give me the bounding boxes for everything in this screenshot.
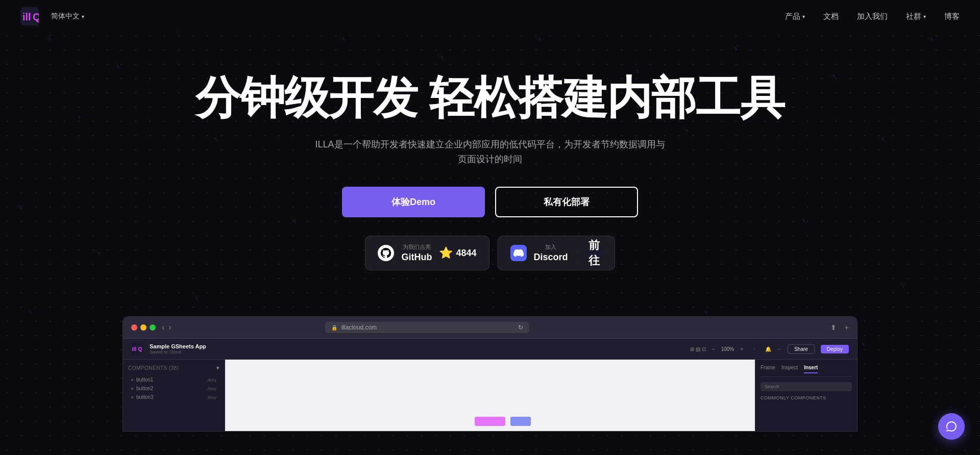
share-icon[interactable]: ⬆ [830, 323, 837, 332]
hero-subtitle: ILLA是一个帮助开发者快速建立企业内部应用的低代码平台，为开发者节约数据调用与… [311, 137, 669, 167]
nav-item-products[interactable]: 产品 ▾ [785, 12, 805, 21]
github-text: 为我们点亮 GitHub [401, 243, 432, 263]
browser-maximize-dot[interactable] [150, 324, 156, 331]
browser-url-bar[interactable]: 🔒 illacloud.com ↻ [325, 322, 529, 333]
sidebar-header: COMPONENTS (38) ▾ [128, 365, 219, 371]
browser-back-icon[interactable]: ‹ [162, 323, 164, 332]
github-icon [378, 245, 394, 261]
list-item: button1 Jkey [128, 375, 219, 384]
browser-forward-icon[interactable]: › [168, 323, 171, 332]
browser-nav: ‹ › [162, 323, 172, 332]
github-name: GitHub [401, 252, 432, 263]
toolbar-separator: · [753, 346, 755, 352]
list-item: button3 Jkey [128, 393, 219, 401]
deploy-button-app[interactable]: Deploy [821, 345, 849, 353]
browser-mockup-wrapper: ‹ › 🔒 illacloud.com ↻ ⬆ + ill Q [0, 316, 980, 432]
demo-button[interactable]: 体验Demo [342, 187, 485, 217]
canvas-button-element [475, 417, 505, 426]
chevron-down-icon: ▾ [802, 14, 805, 19]
components-label: COMPONENTS (38) [128, 365, 179, 371]
app-title-area: Sample GSheets App Saved to Cloud [150, 343, 206, 355]
discord-label: 加入 [534, 243, 568, 251]
new-tab-icon[interactable]: + [845, 323, 849, 332]
toolbar-controls: ⊞ ▤ ⊡ − 100% + · 🔔 ··· Share Deploy [690, 344, 849, 354]
browser-close-dot[interactable] [131, 324, 137, 331]
app-sidebar: COMPONENTS (38) ▾ button1 Jkey button2 J… [123, 360, 225, 431]
share-button[interactable]: Share [788, 344, 815, 354]
app-title: Sample GSheets App [150, 343, 206, 349]
discord-action: 前往 [586, 245, 602, 261]
language-selector[interactable]: 简体中文 ▾ [51, 12, 84, 21]
app-subtitle: Saved to Cloud [150, 349, 206, 355]
navbar: ill Q 简体中文 ▾ 产品 ▾ 文档 加入我们 社群 ▾ 博客 [0, 0, 980, 33]
discord-badge[interactable]: 加入 Discord 前往 [498, 236, 615, 270]
components-section-label: Commonly Components [761, 395, 852, 400]
app-content: COMPONENTS (38) ▾ button1 Jkey button2 J… [123, 360, 857, 431]
url-text: illacloud.com [341, 324, 377, 331]
discord-icon [510, 245, 527, 261]
right-panel-tabs: Frame Inspect Insert [761, 365, 852, 377]
discord-text: 加入 Discord [534, 243, 568, 263]
more-icon[interactable]: ··· [777, 346, 781, 352]
browser-actions: ⬆ + [830, 323, 849, 332]
item-dot [131, 379, 133, 381]
discord-name: Discord [534, 252, 568, 263]
component-search-input[interactable] [761, 382, 852, 391]
logo[interactable]: ill Q [20, 7, 39, 26]
social-row: 为我们点亮 GitHub ⭐ 4844 加入 Discord 前往 [20, 236, 960, 270]
lock-icon: 🔒 [331, 325, 337, 331]
svg-text:ill: ill [132, 346, 136, 352]
nav-item-community[interactable]: 社群 ▾ [906, 12, 926, 21]
app-toolbar: ill Q Sample GSheets App Saved to Cloud … [123, 339, 857, 360]
lang-label: 简体中文 [51, 12, 80, 21]
browser-dots [131, 324, 156, 331]
tab-insert[interactable]: Insert [804, 365, 818, 373]
github-count: ⭐ 4844 [439, 246, 476, 260]
github-badge[interactable]: 为我们点亮 GitHub ⭐ 4844 [365, 236, 489, 270]
toolbar-icons: ⊞ ▤ ⊡ [690, 346, 706, 352]
deploy-button[interactable]: 私有化部署 [495, 187, 638, 217]
github-label: 为我们点亮 [401, 243, 432, 251]
zoom-plus[interactable]: + [740, 346, 743, 352]
chevron-down-icon: ▾ [923, 14, 926, 19]
navbar-right: 产品 ▾ 文档 加入我们 社群 ▾ 博客 [785, 12, 960, 21]
cta-buttons: 体验Demo 私有化部署 [20, 187, 960, 217]
hero-section: 分钟级开发 轻松搭建内部工具 ILLA是一个帮助开发者快速建立企业内部应用的低代… [0, 33, 980, 316]
browser-minimize-dot[interactable] [140, 324, 146, 331]
chevron-down-icon[interactable]: ▾ [216, 365, 220, 371]
arrow-right-icon: 前往 [586, 245, 602, 261]
chevron-down-icon: ▾ [82, 14, 84, 19]
bell-icon[interactable]: 🔔 [765, 346, 771, 352]
tab-frame[interactable]: Frame [761, 365, 775, 373]
nav-item-join[interactable]: 加入我们 [857, 12, 888, 21]
svg-text:Q: Q [138, 346, 142, 352]
browser-chrome: ‹ › 🔒 illacloud.com ↻ ⬆ + [123, 317, 857, 339]
browser-mockup: ‹ › 🔒 illacloud.com ↻ ⬆ + ill Q [122, 316, 857, 432]
app-canvas [225, 360, 755, 431]
item-dot [131, 388, 133, 390]
zoom-minus[interactable]: − [712, 346, 715, 352]
list-item: button2 Jkey [128, 384, 219, 393]
svg-text:Q: Q [33, 11, 39, 22]
nav-item-blog[interactable]: 博客 [944, 12, 960, 21]
star-icon: ⭐ [439, 246, 453, 260]
canvas-button-element2 [510, 417, 531, 426]
chat-button[interactable] [938, 413, 965, 440]
tab-inspect[interactable]: Inspect [781, 365, 798, 373]
zoom-level: 100% [721, 346, 734, 352]
app-right-panel: Frame Inspect Insert Commonly Components [755, 360, 857, 431]
github-star-count: 4844 [456, 248, 476, 259]
nav-item-docs[interactable]: 文档 [823, 12, 839, 21]
reload-icon[interactable]: ↻ [518, 324, 523, 331]
svg-text:ill: ill [22, 11, 31, 22]
navbar-left: ill Q 简体中文 ▾ [20, 7, 84, 26]
hero-title: 分钟级开发 轻松搭建内部工具 [20, 73, 960, 123]
illa-logo-small: ill Q [131, 343, 143, 355]
item-dot [131, 396, 133, 398]
